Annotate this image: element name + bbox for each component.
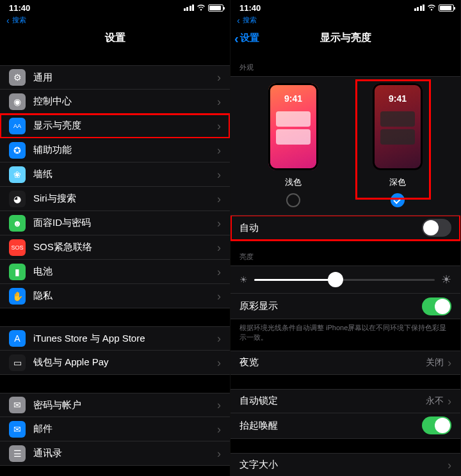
status-icons: [184, 4, 224, 12]
settings-row-contacts[interactable]: ☰通讯录›: [0, 441, 230, 466]
chevron-left-icon: ‹: [6, 16, 10, 25]
appstore-icon: A: [9, 330, 26, 347]
sun-large-icon: ☀: [441, 273, 451, 287]
search-label: 搜索: [12, 15, 26, 25]
text-size-label: 文字大小: [239, 459, 448, 471]
chevron-right-icon: ›: [217, 399, 221, 411]
settings-row-appstore[interactable]: AiTunes Store 与 App Store›: [0, 326, 230, 351]
night-shift-label: 夜览: [239, 356, 426, 369]
chevron-left-icon: ‹: [237, 16, 240, 25]
brightness-header: 亮度: [230, 241, 460, 266]
chevron-right-icon: ›: [217, 72, 221, 83]
settings-row-siri[interactable]: ◕Siri与搜索›: [0, 187, 230, 211]
raise-to-wake-label: 抬起唤醒: [239, 420, 278, 432]
settings-row-label: 密码与帐户: [33, 399, 217, 411]
auto-label: 自动: [239, 222, 259, 234]
auto-appearance-row[interactable]: 自动: [230, 215, 460, 241]
dark-preview-icon: 9:41: [373, 83, 423, 170]
chevron-right-icon: ›: [217, 424, 221, 435]
search-link[interactable]: ‹ 搜索: [230, 15, 460, 26]
chevron-right-icon: ›: [217, 169, 221, 180]
settings-row-privacy[interactable]: ✋隐私›: [0, 284, 230, 308]
contacts-icon: ☰: [9, 445, 26, 462]
chevron-right-icon: ›: [217, 333, 221, 344]
search-label: 搜索: [243, 15, 257, 25]
chevron-left-icon: ‹: [234, 32, 239, 45]
settings-row-label: 面容ID与密码: [33, 217, 217, 229]
true-tone-row[interactable]: 原彩显示: [230, 294, 460, 319]
settings-pane: 11:40 ‹ 搜索 设置 ⚙通用›◉控制中心›AA显示与亮度›✪辅助功能›❀墙…: [0, 0, 230, 476]
settings-row-wallet[interactable]: ▭钱包与 Apple Pay›: [0, 351, 230, 375]
preview-clock: 9:41: [373, 93, 423, 104]
settings-row-label: 通用: [33, 72, 217, 84]
status-bar: 11:40: [0, 0, 230, 15]
brightness-slider[interactable]: [254, 279, 435, 281]
settings-row-wallpaper[interactable]: ❀墙纸›: [0, 163, 230, 187]
true-tone-switch[interactable]: [422, 298, 451, 315]
search-link[interactable]: ‹ 搜索: [0, 15, 230, 26]
settings-row-label: 通讯录: [33, 447, 217, 459]
settings-row-control-center[interactable]: ◉控制中心›: [0, 90, 230, 114]
true-tone-label: 原彩显示: [239, 300, 278, 312]
control-center-icon: ◉: [9, 93, 26, 110]
chevron-right-icon: ›: [217, 120, 221, 132]
chevron-right-icon: ›: [217, 96, 221, 107]
auto-lock-value: 永不: [426, 395, 444, 407]
battery-icon: ▮: [9, 264, 26, 280]
appearance-dark-option[interactable]: 9:41 深色: [356, 83, 439, 207]
preview-clock: 9:41: [268, 93, 318, 104]
slider-thumb[interactable]: [328, 272, 343, 287]
chevron-right-icon: ›: [217, 193, 221, 205]
sun-small-icon: ☀: [239, 274, 248, 285]
chevron-right-icon: ›: [217, 218, 221, 229]
back-button[interactable]: ‹ 设置: [234, 32, 259, 45]
mail-icon: ✉: [9, 421, 26, 438]
chevron-right-icon: ›: [448, 357, 451, 369]
settings-row-sos[interactable]: SOSSOS紧急联络›: [0, 235, 230, 260]
text-size-row[interactable]: 文字大小 ›: [230, 453, 460, 476]
settings-row-label: Siri与搜索: [33, 193, 217, 205]
sos-icon: SOS: [9, 239, 26, 256]
light-label: 浅色: [285, 177, 302, 188]
settings-row-mail[interactable]: ✉邮件›: [0, 417, 230, 441]
status-icons: [414, 4, 455, 12]
status-bar: 11:40: [230, 0, 460, 15]
settings-row-label: 控制中心: [33, 95, 217, 107]
night-shift-row[interactable]: 夜览 关闭 ›: [230, 351, 460, 375]
night-shift-value: 关闭: [426, 357, 444, 369]
settings-row-password[interactable]: ✉密码与帐户›: [0, 393, 230, 417]
settings-row-gear[interactable]: ⚙通用›: [0, 65, 230, 90]
appearance-light-option[interactable]: 9:41 浅色: [252, 83, 335, 207]
chevron-right-icon: ›: [217, 266, 221, 278]
appearance-header: 外观: [230, 51, 460, 76]
battery-icon: [208, 4, 223, 12]
auto-lock-label: 自动锁定: [239, 395, 426, 407]
gear-icon: ⚙: [9, 69, 26, 86]
page-title: 设置: [0, 26, 230, 51]
chevron-right-icon: ›: [217, 357, 221, 369]
page-title-text: 显示与亮度: [320, 32, 371, 43]
raise-to-wake-row[interactable]: 抬起唤醒: [230, 413, 460, 439]
auto-lock-row[interactable]: 自动锁定 永不 ›: [230, 389, 460, 413]
settings-row-accessibility[interactable]: ✪辅助功能›: [0, 138, 230, 163]
auto-switch[interactable]: [422, 219, 451, 237]
faceid-icon: ☻: [9, 215, 26, 232]
battery-icon: [439, 4, 454, 12]
settings-row-label: 显示与亮度: [33, 120, 217, 132]
settings-row-display[interactable]: AA显示与亮度›: [0, 114, 230, 138]
status-time: 11:40: [239, 3, 261, 13]
dark-radio[interactable]: [391, 193, 405, 207]
siri-icon: ◕: [9, 191, 26, 207]
signal-icon: [184, 4, 195, 11]
wifi-icon: [197, 4, 206, 11]
settings-row-label: 辅助功能: [33, 144, 217, 156]
back-label: 设置: [240, 32, 259, 44]
raise-to-wake-switch[interactable]: [422, 416, 451, 434]
settings-row-label: 钱包与 Apple Pay: [33, 356, 217, 369]
light-radio[interactable]: [286, 193, 300, 207]
settings-row-battery[interactable]: ▮电池›: [0, 260, 230, 284]
chevron-right-icon: ›: [217, 290, 221, 302]
settings-row-label: 电池: [33, 266, 217, 278]
settings-row-faceid[interactable]: ☻面容ID与密码›: [0, 211, 230, 235]
chevron-right-icon: ›: [448, 459, 451, 471]
